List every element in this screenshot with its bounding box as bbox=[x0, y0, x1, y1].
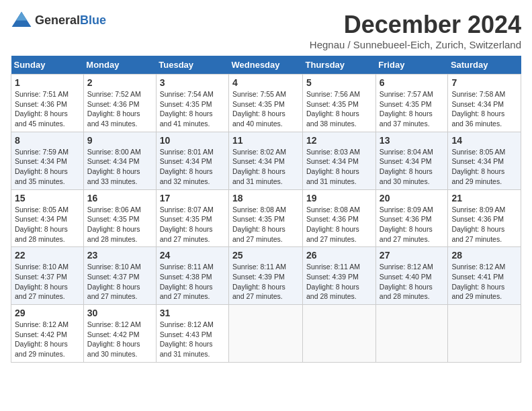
calendar-cell: 27 Sunrise: 8:12 AM Sunset: 4:40 PM Dayl… bbox=[375, 247, 448, 305]
day-info: Sunrise: 7:51 AM Sunset: 4:36 PM Dayligh… bbox=[15, 89, 80, 129]
sunset: Sunset: 4:36 PM bbox=[87, 100, 140, 108]
calendar-cell: 14 Sunrise: 8:05 AM Sunset: 4:34 PM Dayl… bbox=[448, 132, 521, 189]
sunrise: Sunrise: 8:09 AM bbox=[451, 205, 505, 214]
sunset: Sunset: 4:37 PM bbox=[87, 273, 140, 281]
daylight: Daylight: 8 hours and 28 minutes. bbox=[306, 283, 359, 301]
calendar-cell: 18 Sunrise: 8:08 AM Sunset: 4:35 PM Dayl… bbox=[229, 189, 303, 247]
daylight: Daylight: 8 hours and 32 minutes. bbox=[160, 167, 213, 185]
day-number: 17 bbox=[160, 193, 225, 203]
day-info: Sunrise: 8:00 AM Sunset: 4:34 PM Dayligh… bbox=[87, 147, 152, 187]
day-number: 14 bbox=[451, 135, 517, 146]
calendar-cell: 24 Sunrise: 8:11 AM Sunset: 4:38 PM Dayl… bbox=[156, 247, 228, 305]
daylight: Daylight: 8 hours and 43 minutes. bbox=[87, 109, 140, 128]
sunset: Sunset: 4:34 PM bbox=[15, 215, 67, 223]
day-info: Sunrise: 8:01 AM Sunset: 4:34 PM Dayligh… bbox=[160, 147, 225, 187]
sunset: Sunset: 4:34 PM bbox=[306, 157, 359, 165]
sunset: Sunset: 4:34 PM bbox=[451, 157, 504, 165]
day-info: Sunrise: 7:57 AM Sunset: 4:35 PM Dayligh… bbox=[380, 89, 445, 129]
day-info: Sunrise: 8:12 AM Sunset: 4:41 PM Dayligh… bbox=[451, 262, 517, 302]
sunrise: Sunrise: 8:00 AM bbox=[87, 148, 141, 156]
weekday-header-row: SundayMondayTuesdayWednesdayThursdayFrid… bbox=[11, 56, 521, 75]
title-area: December 2024 Hegnau / Sunnebueel-Eich, … bbox=[310, 11, 521, 50]
sunrise: Sunrise: 8:05 AM bbox=[15, 205, 69, 214]
calendar-cell bbox=[375, 305, 448, 363]
daylight: Daylight: 8 hours and 31 minutes. bbox=[306, 167, 359, 185]
day-number: 16 bbox=[87, 193, 152, 203]
calendar-table: SundayMondayTuesdayWednesdayThursdayFrid… bbox=[11, 56, 521, 363]
day-number: 5 bbox=[306, 77, 372, 88]
day-info: Sunrise: 8:12 AM Sunset: 4:42 PM Dayligh… bbox=[87, 320, 152, 359]
logo-general: General bbox=[35, 13, 80, 27]
daylight: Daylight: 8 hours and 27 minutes. bbox=[232, 225, 285, 243]
daylight: Daylight: 8 hours and 27 minutes. bbox=[160, 225, 213, 243]
calendar-cell: 16 Sunrise: 8:06 AM Sunset: 4:35 PM Dayl… bbox=[83, 189, 156, 247]
daylight: Daylight: 8 hours and 38 minutes. bbox=[306, 109, 359, 128]
logo: GeneralBlue bbox=[11, 11, 106, 30]
sunset: Sunset: 4:34 PM bbox=[160, 157, 212, 165]
calendar-cell: 21 Sunrise: 8:09 AM Sunset: 4:36 PM Dayl… bbox=[448, 189, 521, 247]
weekday-header: Monday bbox=[83, 56, 156, 75]
daylight: Daylight: 8 hours and 35 minutes. bbox=[15, 167, 68, 185]
calendar-cell: 15 Sunrise: 8:05 AM Sunset: 4:34 PM Dayl… bbox=[11, 189, 84, 247]
day-number: 19 bbox=[306, 193, 372, 203]
calendar-cell: 23 Sunrise: 8:10 AM Sunset: 4:37 PM Dayl… bbox=[83, 247, 156, 305]
sunset: Sunset: 4:34 PM bbox=[87, 157, 140, 165]
sunset: Sunset: 4:38 PM bbox=[160, 273, 212, 281]
sunset: Sunset: 4:35 PM bbox=[160, 215, 212, 223]
sunset: Sunset: 4:35 PM bbox=[232, 100, 285, 108]
sunset: Sunset: 4:42 PM bbox=[15, 330, 67, 338]
sunrise: Sunrise: 8:12 AM bbox=[380, 263, 433, 271]
day-number: 10 bbox=[160, 135, 225, 146]
sunrise: Sunrise: 8:08 AM bbox=[306, 205, 360, 214]
calendar-cell bbox=[448, 305, 521, 363]
calendar-cell: 9 Sunrise: 8:00 AM Sunset: 4:34 PM Dayli… bbox=[83, 132, 156, 189]
calendar-cell: 4 Sunrise: 7:55 AM Sunset: 4:35 PM Dayli… bbox=[229, 75, 303, 132]
day-info: Sunrise: 7:55 AM Sunset: 4:35 PM Dayligh… bbox=[232, 89, 299, 129]
day-info: Sunrise: 8:11 AM Sunset: 4:39 PM Dayligh… bbox=[232, 262, 299, 302]
day-number: 21 bbox=[451, 193, 517, 203]
calendar-week-row: 15 Sunrise: 8:05 AM Sunset: 4:34 PM Dayl… bbox=[11, 189, 521, 247]
day-number: 25 bbox=[232, 250, 299, 261]
day-info: Sunrise: 8:11 AM Sunset: 4:38 PM Dayligh… bbox=[160, 262, 225, 302]
sunrise: Sunrise: 8:12 AM bbox=[451, 263, 505, 271]
day-number: 8 bbox=[15, 135, 80, 146]
day-number: 22 bbox=[15, 250, 80, 261]
day-info: Sunrise: 8:05 AM Sunset: 4:34 PM Dayligh… bbox=[451, 147, 517, 187]
day-info: Sunrise: 8:11 AM Sunset: 4:39 PM Dayligh… bbox=[306, 262, 372, 302]
calendar-week-row: 29 Sunrise: 8:12 AM Sunset: 4:42 PM Dayl… bbox=[11, 305, 521, 363]
weekday-header: Thursday bbox=[303, 56, 376, 75]
day-info: Sunrise: 7:59 AM Sunset: 4:34 PM Dayligh… bbox=[15, 147, 80, 187]
sunset: Sunset: 4:35 PM bbox=[232, 215, 285, 223]
day-number: 23 bbox=[87, 250, 152, 261]
page-header: GeneralBlue December 2024 Hegnau / Sunne… bbox=[11, 11, 521, 50]
daylight: Daylight: 8 hours and 37 minutes. bbox=[380, 109, 433, 128]
day-info: Sunrise: 8:09 AM Sunset: 4:36 PM Dayligh… bbox=[451, 205, 517, 244]
day-info: Sunrise: 8:08 AM Sunset: 4:35 PM Dayligh… bbox=[232, 205, 299, 244]
weekday-header: Friday bbox=[375, 56, 448, 75]
day-number: 13 bbox=[380, 135, 445, 146]
sunrise: Sunrise: 8:01 AM bbox=[160, 148, 214, 156]
calendar-cell: 10 Sunrise: 8:01 AM Sunset: 4:34 PM Dayl… bbox=[156, 132, 228, 189]
sunset: Sunset: 4:36 PM bbox=[380, 215, 432, 223]
sunrise: Sunrise: 8:12 AM bbox=[160, 320, 214, 328]
day-info: Sunrise: 7:54 AM Sunset: 4:35 PM Dayligh… bbox=[160, 89, 225, 129]
day-info: Sunrise: 8:10 AM Sunset: 4:37 PM Dayligh… bbox=[87, 262, 152, 302]
sunset: Sunset: 4:36 PM bbox=[306, 215, 359, 223]
sunrise: Sunrise: 7:58 AM bbox=[451, 90, 505, 98]
sunrise: Sunrise: 8:05 AM bbox=[451, 148, 505, 156]
daylight: Daylight: 8 hours and 41 minutes. bbox=[160, 109, 213, 128]
day-number: 1 bbox=[15, 77, 80, 88]
calendar-cell: 6 Sunrise: 7:57 AM Sunset: 4:35 PM Dayli… bbox=[375, 75, 448, 132]
calendar-cell: 20 Sunrise: 8:09 AM Sunset: 4:36 PM Dayl… bbox=[375, 189, 448, 247]
day-number: 15 bbox=[15, 193, 80, 203]
calendar-cell: 11 Sunrise: 8:02 AM Sunset: 4:34 PM Dayl… bbox=[229, 132, 303, 189]
sunrise: Sunrise: 8:10 AM bbox=[15, 263, 69, 271]
day-number: 30 bbox=[87, 308, 152, 318]
sunset: Sunset: 4:41 PM bbox=[451, 273, 504, 281]
daylight: Daylight: 8 hours and 27 minutes. bbox=[87, 283, 140, 301]
sunrise: Sunrise: 8:11 AM bbox=[160, 263, 214, 271]
sunset: Sunset: 4:34 PM bbox=[232, 157, 285, 165]
weekday-header: Wednesday bbox=[229, 56, 303, 75]
sunset: Sunset: 4:42 PM bbox=[87, 330, 140, 338]
sunrise: Sunrise: 8:09 AM bbox=[380, 205, 433, 214]
